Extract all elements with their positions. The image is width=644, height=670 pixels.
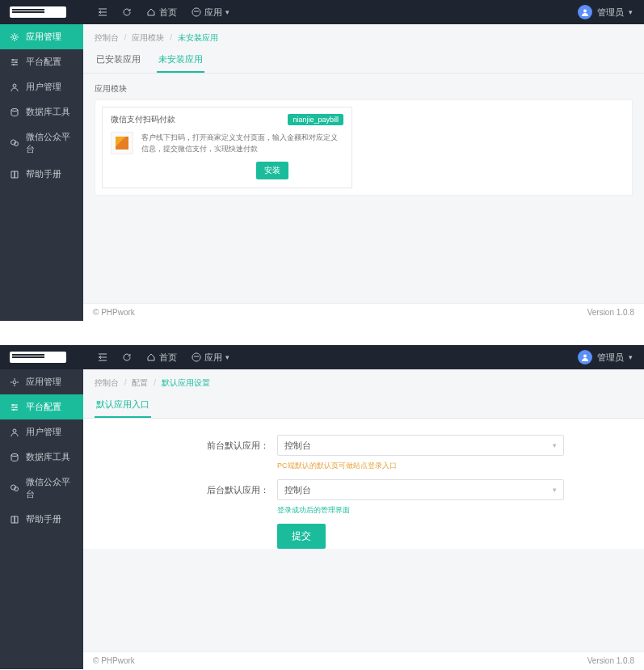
footer-version: Version 1.0.8 — [587, 656, 634, 665]
sidebar-item-user-manage[interactable]: 用户管理 — [0, 74, 83, 99]
sidebar-item-label: 微信公众平台 — [26, 131, 74, 155]
tab-default-entry[interactable]: 默认应用入口 — [95, 394, 151, 418]
crumb-current: 未安装应用 — [178, 33, 218, 42]
refresh-button[interactable] — [122, 352, 132, 362]
sidebar-item-label: 应用管理 — [26, 376, 61, 388]
sidebar-item-wechat[interactable]: 微信公众平台 — [0, 124, 83, 162]
svg-point-1 — [13, 36, 16, 39]
logo[interactable] — [0, 345, 83, 369]
sidebar-item-label: 帮助手册 — [26, 513, 61, 525]
home-icon — [146, 7, 156, 17]
home-link[interactable]: 首页 — [146, 6, 177, 19]
sidebar-item-help[interactable]: 帮助手册 — [0, 507, 83, 532]
crumb[interactable]: 配置 — [132, 378, 148, 387]
front-app-select[interactable]: 控制台 ▾ — [277, 435, 564, 456]
svg-point-0 — [583, 10, 587, 13]
sliders-icon — [10, 402, 19, 412]
user-icon — [10, 82, 19, 92]
back-app-select[interactable]: 控制台 ▾ — [277, 479, 564, 500]
svg-point-9 — [583, 355, 587, 358]
gear-icon — [10, 32, 19, 42]
apps-label: 应用 — [204, 352, 222, 364]
sidebar-item-label: 应用管理 — [26, 31, 61, 43]
avatar — [578, 5, 592, 19]
svg-point-4 — [13, 64, 15, 65]
sidebar-item-platform-config[interactable]: 平台配置 — [0, 394, 83, 419]
apps-dropdown[interactable]: 应用 ▾ — [192, 352, 229, 364]
svg-point-6 — [11, 108, 18, 111]
user-name: 管理员 — [597, 352, 624, 364]
section-title: 应用模块 — [83, 74, 644, 99]
sidebar-item-label: 数据库工具 — [26, 451, 70, 463]
breadcrumb: 控制台 / 应用模块 / 未安装应用 — [83, 24, 644, 48]
chevron-down-icon: ▾ — [553, 441, 557, 449]
refresh-button[interactable] — [122, 7, 132, 17]
sidebar-item-user-manage[interactable]: 用户管理 — [0, 419, 83, 445]
user-menu[interactable]: 管理员 ▾ — [578, 350, 644, 364]
home-link[interactable]: 首页 — [146, 352, 177, 364]
chevron-down-icon: ▾ — [629, 8, 633, 16]
apps-dropdown[interactable]: 应用 ▾ — [192, 6, 229, 19]
database-icon — [10, 107, 19, 117]
sidebar-item-label: 平台配置 — [26, 401, 61, 413]
sidebar-item-wechat[interactable]: 微信公众平台 — [0, 470, 83, 507]
sidebar-item-app-manage[interactable]: 应用管理 — [0, 369, 83, 394]
wechat-icon — [10, 483, 19, 493]
collapse-sidebar-button[interactable] — [98, 7, 107, 17]
gear-icon — [10, 377, 19, 387]
collapse-sidebar-button[interactable] — [98, 352, 107, 362]
svg-point-2 — [12, 59, 14, 61]
user-icon — [10, 428, 19, 437]
svg-point-12 — [15, 407, 17, 408]
apps-label: 应用 — [204, 6, 222, 19]
sidebar-item-app-manage[interactable]: 应用管理 — [0, 24, 83, 49]
wechat-icon — [10, 138, 19, 148]
menu-collapse-icon — [98, 352, 107, 362]
chevron-down-icon: ▾ — [225, 8, 229, 16]
svg-point-11 — [12, 404, 14, 406]
module-badge: nianjie_paybill — [288, 114, 343, 125]
module-thumbnail — [111, 132, 133, 154]
svg-point-13 — [13, 409, 15, 411]
install-button[interactable]: 安装 — [256, 162, 288, 179]
svg-point-15 — [11, 453, 18, 456]
select-value: 控制台 — [284, 484, 311, 496]
sidebar-item-label: 微信公众平台 — [26, 476, 74, 500]
submit-button[interactable]: 提交 — [277, 524, 326, 549]
chevron-down-icon: ▾ — [553, 486, 557, 494]
svg-point-5 — [13, 84, 16, 87]
apps-icon — [192, 352, 201, 362]
sidebar-item-label: 用户管理 — [26, 426, 61, 438]
crumb[interactable]: 应用模块 — [132, 33, 164, 42]
sidebar-item-help[interactable]: 帮助手册 — [0, 162, 83, 187]
sidebar-item-db-tools[interactable]: 数据库工具 — [0, 445, 83, 470]
select-value: 控制台 — [284, 440, 311, 452]
back-help-text: 登录成功后的管理界面 — [83, 504, 644, 524]
sidebar-item-label: 用户管理 — [26, 81, 61, 93]
logo[interactable] — [0, 0, 83, 24]
avatar — [578, 350, 592, 364]
footer-copyright: © PHPwork — [93, 308, 135, 317]
tab-not-installed[interactable]: 未安装应用 — [157, 48, 204, 73]
svg-point-3 — [15, 61, 17, 63]
module-card: 微信支付扫码付款 nianjie_paybill 客户线下扫码，打开商家定义支付… — [102, 107, 352, 188]
sidebar-item-db-tools[interactable]: 数据库工具 — [0, 99, 83, 124]
user-menu[interactable]: 管理员 ▾ — [578, 5, 644, 19]
home-icon — [146, 352, 156, 362]
book-icon — [10, 515, 19, 525]
user-name: 管理员 — [597, 6, 624, 19]
module-description: 客户线下扫码，打开商家定义支付页面，输入金额和对应定义信息，提交微信支付，实现快… — [141, 132, 343, 155]
sliders-icon — [10, 57, 19, 67]
crumb-current: 默认应用设置 — [162, 378, 210, 387]
crumb[interactable]: 控制台 — [95, 378, 119, 387]
refresh-icon — [122, 7, 132, 17]
back-app-label: 后台默认应用： — [83, 484, 277, 496]
crumb[interactable]: 控制台 — [95, 33, 119, 42]
sidebar-item-label: 帮助手册 — [26, 168, 61, 180]
sidebar-item-label: 数据库工具 — [26, 106, 70, 118]
sidebar-item-platform-config[interactable]: 平台配置 — [0, 49, 83, 74]
module-title: 微信支付扫码付款 — [111, 114, 175, 125]
breadcrumb: 控制台 / 配置 / 默认应用设置 — [83, 369, 644, 394]
tab-installed[interactable]: 已安装应用 — [95, 48, 142, 73]
home-label: 首页 — [159, 352, 177, 364]
